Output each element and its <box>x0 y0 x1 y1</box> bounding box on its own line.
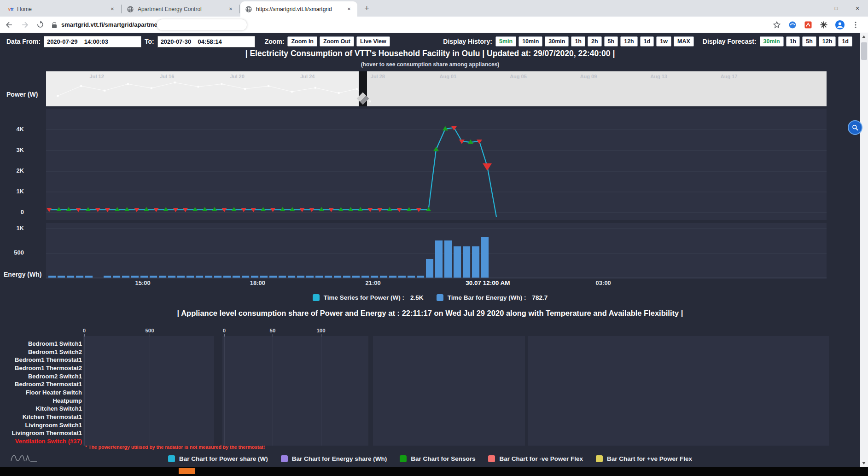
extension-red-icon[interactable] <box>804 20 813 29</box>
bookmark-star-icon[interactable] <box>772 20 781 29</box>
panel-axis-tick <box>84 334 85 337</box>
scroll-down-icon[interactable] <box>862 462 866 464</box>
extension-blue-icon[interactable] <box>788 20 797 29</box>
history-1d-button[interactable]: 1d <box>640 36 654 46</box>
window-minimize-button[interactable]: — <box>804 0 826 17</box>
browser-tab-2[interactable]: Apartment Energy Control✕ <box>122 1 239 17</box>
legend-item[interactable]: Time Bar for Energy (Wh) :782.7 <box>437 294 548 301</box>
panel-axis-tick <box>224 334 225 337</box>
tab-close-icon[interactable]: ✕ <box>345 6 353 13</box>
forecast-5h-button[interactable]: 5h <box>802 36 816 46</box>
page-scrollbar[interactable] <box>860 33 868 467</box>
energy-bar <box>242 276 249 278</box>
reload-icon[interactable] <box>36 20 45 29</box>
energy-bar <box>76 276 83 278</box>
history-5min-button[interactable]: 5min <box>495 36 516 46</box>
navigator-date-label: Aug 05 <box>510 74 527 79</box>
history-5h-button[interactable]: 5h <box>604 36 618 46</box>
energy-bar <box>398 276 406 278</box>
power-y-tick: 1K <box>0 188 24 195</box>
back-icon[interactable] <box>5 20 14 29</box>
power-y-tick: 4K <box>0 126 24 133</box>
page-subtitle: (hover to see consumption share among ap… <box>0 61 860 68</box>
window-maximize-button[interactable]: □ <box>826 0 847 17</box>
history-1h-button[interactable]: 1h <box>571 36 585 46</box>
url-text: smartgrid.vtt.fi/smartgrid/apartment/co <box>61 21 172 28</box>
legend-label: Bar Chart for -ve Power Flex <box>499 455 583 462</box>
energy-bar <box>186 276 194 278</box>
energy-bar <box>223 276 231 278</box>
forecast-12h-button[interactable]: 12h <box>819 36 836 46</box>
history-max-button[interactable]: MAX <box>674 36 694 46</box>
navigator-date-label: Aug 17 <box>721 74 738 79</box>
energy-bar <box>325 276 332 278</box>
browser-tab-1[interactable]: vttHome✕ <box>4 1 121 17</box>
energy-y-tick: 1K <box>0 225 24 232</box>
browser-window: vttHome✕Apartment Energy Control✕https:/… <box>0 0 868 476</box>
extension-pinwheel-icon[interactable] <box>819 20 828 29</box>
tab-close-icon[interactable]: ✕ <box>227 6 234 13</box>
legend-swatch-icon <box>437 294 443 301</box>
forward-icon[interactable] <box>20 20 29 29</box>
tab-title: Apartment Energy Control <box>138 6 223 12</box>
legend-item[interactable]: Time Series for Power (W) :2.5K <box>313 294 424 301</box>
window-close-button[interactable]: ✕ <box>847 0 868 17</box>
tab-close-icon[interactable]: ✕ <box>109 6 116 13</box>
power-y-tick: 2K <box>0 167 24 174</box>
scroll-up-icon[interactable] <box>862 35 866 38</box>
zoom-zoom-in-button[interactable]: Zoom In <box>287 36 317 46</box>
energy-bar <box>159 276 166 278</box>
tab-divider <box>239 5 240 13</box>
legend-item: Bar Chart for +ve Power Flex <box>596 455 692 462</box>
forecast-30min-button[interactable]: 30min <box>760 36 784 46</box>
power-y-tick: 0 <box>0 209 24 215</box>
history-30min-button[interactable]: 30min <box>545 36 569 46</box>
new-tab-button[interactable]: + <box>361 3 373 14</box>
energy-bar <box>380 276 387 278</box>
navigator-handle[interactable] <box>359 71 367 106</box>
time-axis-tick: 18:00 <box>250 279 265 286</box>
energy-bar <box>408 276 415 278</box>
browser-tab-3[interactable]: https://smartgrid.vtt.fi/smartgrid✕ <box>240 1 357 17</box>
energy-bar <box>131 276 139 278</box>
energy-bar <box>150 276 157 278</box>
history-10min-button[interactable]: 10min <box>518 36 542 46</box>
chart-zoom-button[interactable] <box>848 120 862 135</box>
history-12h-button[interactable]: 12h <box>620 36 638 46</box>
legend-item: Bar Chart for Power share (W) <box>168 455 268 462</box>
panel-axis-label: 50 <box>270 328 276 333</box>
chart-navigator[interactable]: Jul 12Jul 16Jul 20Jul 24Jul 28Aug 01Aug … <box>46 71 827 106</box>
forecast-1h-button[interactable]: 1h <box>786 36 800 46</box>
legend-value: 782.7 <box>532 294 548 301</box>
forecast-1d-button[interactable]: 1d <box>838 36 852 46</box>
energy-bar <box>177 276 185 278</box>
energy-bar <box>297 276 304 278</box>
profile-avatar-icon[interactable] <box>835 20 845 30</box>
navigator-date-label: Aug 13 <box>650 74 667 79</box>
zoom-live-view-button[interactable]: Live View <box>356 36 390 46</box>
navigator-date-label: Aug 01 <box>440 74 457 79</box>
energy-bar <box>444 240 452 278</box>
menu-kebab-icon[interactable] <box>851 21 860 29</box>
url-field[interactable]: smartgrid.vtt.fi/smartgrid/apartment/co <box>50 18 769 31</box>
data-from-input[interactable] <box>44 36 141 47</box>
panel-axis-tick <box>273 334 273 337</box>
tab-title: Home <box>17 6 105 12</box>
panel-axis-label: 500 <box>145 328 154 333</box>
bottom-bar <box>0 467 868 476</box>
history-1w-button[interactable]: 1w <box>656 36 671 46</box>
data-to-input[interactable] <box>157 36 255 47</box>
flex-panel <box>528 336 829 446</box>
sensors-panel <box>373 336 525 446</box>
url-redaction-patch <box>157 19 247 30</box>
scrollbar-thumb[interactable] <box>861 42 867 60</box>
legend-item: Bar Chart for Energy share (Wh) <box>281 455 387 462</box>
legend-label: Time Series for Power (W) : <box>324 294 404 301</box>
energy-bar <box>435 240 443 278</box>
history-2h-button[interactable]: 2h <box>588 36 602 46</box>
tab-title: https://smartgrid.vtt.fi/smartgrid <box>256 6 342 12</box>
panel-gridline <box>224 336 225 446</box>
zoom-zoom-out-button[interactable]: Zoom Out <box>320 36 354 46</box>
panel-gridline <box>84 336 85 446</box>
time-axis-tick: 21:00 <box>366 279 381 286</box>
